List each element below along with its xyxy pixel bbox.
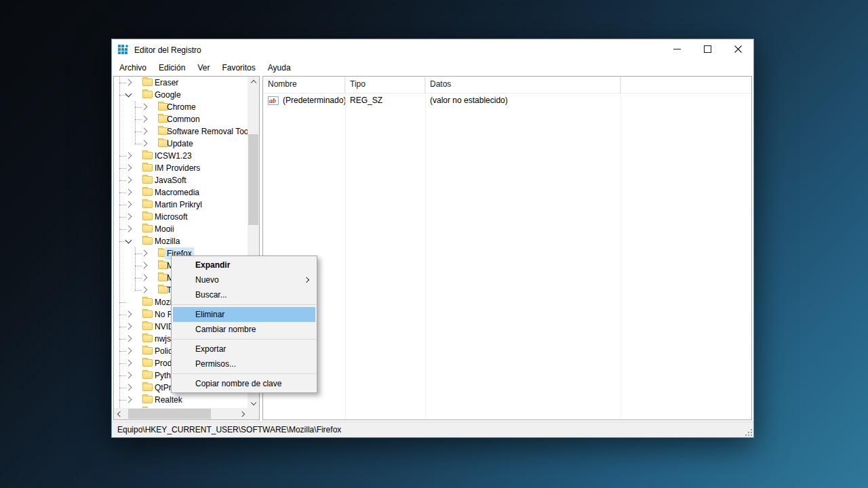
value-cell-nombre: ab(Predeterminado) <box>263 96 345 105</box>
chevron-right-icon[interactable] <box>125 189 132 196</box>
registry-icon[interactable] <box>118 45 129 56</box>
window-title: Editor del Registro <box>134 45 201 55</box>
horizontal-scrollbar-thumb[interactable] <box>128 409 211 419</box>
tree-item-chrome[interactable]: Chrome <box>114 101 248 113</box>
scroll-up-button[interactable] <box>248 77 259 88</box>
menu-edicion[interactable]: Edición <box>153 61 191 75</box>
tree-item-common[interactable]: Common <box>114 113 248 125</box>
chevron-right-icon[interactable] <box>125 360 132 367</box>
context-menu-item-eliminar[interactable]: Eliminar <box>173 307 315 322</box>
tree-item-realtek[interactable]: Realtek <box>114 394 248 406</box>
close-button[interactable] <box>723 39 753 60</box>
column-header-tipo[interactable]: Tipo <box>345 77 425 93</box>
menu-archivo[interactable]: Archivo <box>113 61 153 75</box>
context-menu-item-nuevo[interactable]: Nuevo <box>173 272 315 287</box>
context-menu-item-cambiar-nombre[interactable]: Cambiar nombre <box>173 322 315 337</box>
menu-ver[interactable]: Ver <box>191 61 216 75</box>
maximize-button[interactable] <box>692 39 723 60</box>
menu-bar: ArchivoEdiciónVerFavoritosAyuda <box>112 60 753 75</box>
resize-grip[interactable] <box>744 428 753 436</box>
folder-icon <box>142 201 153 208</box>
context-menu-item-permisos[interactable]: Permisos... <box>173 357 315 371</box>
value-text: (Predeterminado) <box>283 96 345 105</box>
tree-horizontal-scrollbar[interactable] <box>114 408 248 420</box>
scroll-down-button[interactable] <box>248 396 259 408</box>
chevron-right-icon[interactable] <box>141 287 148 293</box>
chevron-right-icon[interactable] <box>141 250 148 257</box>
tree-item-label: Eraser <box>153 77 180 89</box>
chevron-right-icon[interactable] <box>141 104 148 110</box>
column-line <box>620 77 621 420</box>
tree-guide-stub <box>119 241 126 242</box>
tree-item-google[interactable]: Google <box>114 89 248 101</box>
folder-icon <box>142 79 153 86</box>
chevron-right-icon <box>239 411 244 416</box>
tree-item-icsw1-23[interactable]: ICSW1.23 <box>114 150 248 162</box>
scroll-right-button[interactable] <box>236 408 248 420</box>
column-header-nombre[interactable]: Nombre <box>263 77 345 93</box>
folder-icon <box>142 237 153 245</box>
chevron-right-icon[interactable] <box>141 274 148 281</box>
chevron-right-icon[interactable] <box>125 165 132 171</box>
value-cell-tipo: REG_SZ <box>345 96 425 105</box>
tree-item-label: JavaSoft <box>153 174 189 186</box>
chevron-right-icon[interactable] <box>141 116 148 123</box>
chevron-right-icon[interactable] <box>125 336 132 342</box>
tree-item-label: Mooii <box>153 223 176 235</box>
context-menu: ExpandirNuevoBuscar...EliminarCambiar no… <box>171 256 317 393</box>
context-menu-separator <box>172 304 316 305</box>
tree-item-mozilla[interactable]: Mozilla <box>114 235 248 247</box>
folder-icon <box>142 164 153 171</box>
chevron-right-icon[interactable] <box>125 384 132 391</box>
value-cell-datos: (valor no establecido) <box>425 96 620 105</box>
tree-item-eraser[interactable]: Eraser <box>114 77 248 89</box>
chevron-down-icon[interactable] <box>125 237 132 244</box>
title-bar[interactable]: Editor del Registro <box>112 39 753 60</box>
chevron-right-icon[interactable] <box>141 140 148 147</box>
context-menu-item-buscar[interactable]: Buscar... <box>173 287 315 302</box>
vertical-scrollbar-thumb[interactable] <box>248 134 258 225</box>
tree-item-mooii[interactable]: Mooii <box>114 223 248 235</box>
desktop-background: Editor del Registro ArchivoEdiciónVerFav… <box>0 0 868 488</box>
column-line <box>345 77 346 420</box>
string-value-icon: ab <box>268 96 280 105</box>
tree-item-im-providers[interactable]: IM Providers <box>114 162 248 174</box>
folder-icon <box>142 347 153 354</box>
menu-favoritos[interactable]: Favoritos <box>216 61 261 75</box>
chevron-right-icon[interactable] <box>125 396 132 403</box>
chevron-right-icon[interactable] <box>125 177 132 184</box>
scroll-left-button[interactable] <box>114 408 125 420</box>
minimize-button[interactable] <box>662 39 692 60</box>
menu-ayuda[interactable]: Ayuda <box>262 61 297 75</box>
chevron-down-icon[interactable] <box>125 91 132 98</box>
chevron-right-icon[interactable] <box>141 262 148 269</box>
chevron-right-icon[interactable] <box>125 201 132 208</box>
chevron-right-icon[interactable] <box>141 128 148 135</box>
tree-item-label: Macromedia <box>153 186 201 199</box>
tree-item-martin-prikryl[interactable]: Martin Prikryl <box>114 199 248 211</box>
chevron-left-icon <box>117 411 122 416</box>
chevron-right-icon[interactable] <box>125 214 132 220</box>
column-header-datos[interactable]: Datos <box>425 77 620 93</box>
registry-value-row[interactable]: ab(Predeterminado)REG_SZ(valor no establ… <box>263 94 751 107</box>
context-menu-item-exportar[interactable]: Exportar <box>173 342 315 357</box>
scrollbar-corner <box>248 408 259 420</box>
tree-item-update[interactable]: Update <box>114 138 248 150</box>
tree-item-javasoft[interactable]: JavaSoft <box>114 174 248 186</box>
folder-icon <box>142 359 153 367</box>
tree-item-microsoft[interactable]: Microsoft <box>114 211 248 223</box>
context-menu-item-expandir[interactable]: Expandir <box>173 258 315 272</box>
chevron-right-icon[interactable] <box>125 311 132 318</box>
chevron-right-icon[interactable] <box>125 226 132 232</box>
chevron-right-icon[interactable] <box>125 152 132 159</box>
tree-guide-stub <box>119 302 126 303</box>
chevron-right-icon[interactable] <box>125 79 132 86</box>
tree-item-macromedia[interactable]: Macromedia <box>114 186 248 199</box>
tree-item-label: IM Providers <box>153 162 202 174</box>
chevron-right-icon[interactable] <box>125 348 132 354</box>
chevron-right-icon[interactable] <box>125 372 132 379</box>
context-menu-item-copiar-nombre-de-clave[interactable]: Copiar nombre de clave <box>173 376 315 391</box>
chevron-right-icon[interactable] <box>125 323 132 330</box>
tree-item-label: Mozilla <box>153 235 182 247</box>
tree-item-software-removal-too[interactable]: Software Removal Too <box>114 125 248 138</box>
